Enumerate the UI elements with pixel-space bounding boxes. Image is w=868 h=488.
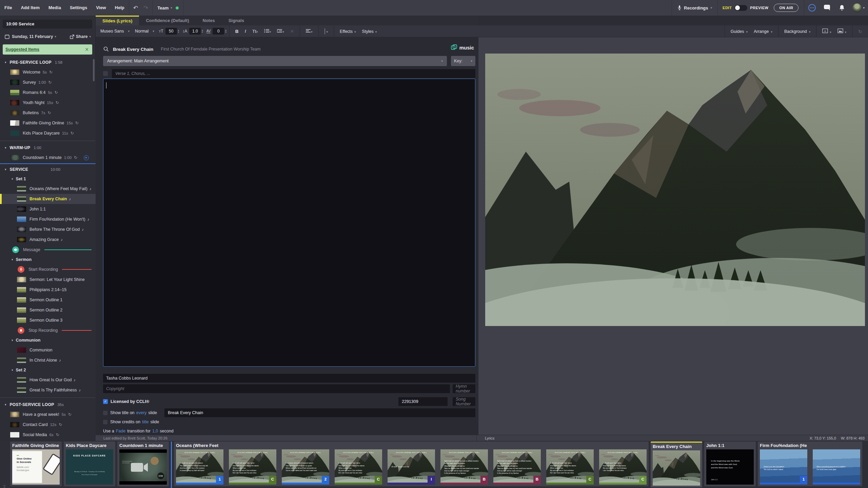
line-height-input[interactable]: 1.0 bbox=[189, 28, 201, 35]
stepper-arrows[interactable]: ▴▾ bbox=[202, 29, 203, 33]
arrange-dropdown[interactable]: Arrange▾ bbox=[754, 29, 772, 34]
loop-item-welcome[interactable]: Welcome5s↻ bbox=[0, 67, 96, 77]
service-item-firm-fou-ndation-he-won-t-[interactable]: Firm Fou%ndation (He Won't)♪ bbox=[0, 214, 96, 224]
loop-item-youth-night[interactable]: Youth Night15s↻ bbox=[0, 98, 96, 108]
service-date-dropdown[interactable]: Sunday, 11 February bbox=[12, 34, 53, 39]
more-options-button[interactable] bbox=[808, 4, 816, 12]
key-dropdown[interactable]: Key: ▾ bbox=[451, 56, 475, 66]
tab-slides-lyrics-[interactable]: Slides (Lyrics) bbox=[96, 16, 139, 25]
refresh-icon[interactable]: ↻ bbox=[858, 29, 862, 34]
loop-item-bulletins[interactable]: Bulletins7s↻ bbox=[0, 108, 96, 118]
styles-dropdown[interactable]: Styles▾ bbox=[362, 29, 377, 34]
service-item-how-great-is-our-god[interactable]: How Great Is Our God♪ bbox=[0, 375, 96, 385]
action-item-start-recording[interactable]: Start Recording bbox=[0, 264, 96, 274]
insert-image-button[interactable]: ▾ bbox=[837, 28, 847, 34]
tracking-control[interactable]: AV 0 ▴▾ bbox=[206, 28, 226, 35]
transition-duration-link[interactable]: 1,0 bbox=[152, 429, 158, 433]
slide-thumbnail[interactable]: OCEANS (WHERE FEET MAY FAIL)And I will c… bbox=[546, 449, 594, 485]
effects-dropdown[interactable]: Effects▾ bbox=[340, 29, 356, 34]
undo-icon[interactable]: ↶ bbox=[133, 4, 138, 12]
service-item-sermon-outline-1[interactable]: Sermon Outline 1 bbox=[0, 295, 96, 305]
show-title-checkbox[interactable] bbox=[103, 411, 107, 415]
subsection-header-sermon[interactable]: ▾Sermon bbox=[0, 255, 96, 264]
sidebar-scrollbar[interactable] bbox=[93, 59, 95, 81]
guides-dropdown[interactable]: Guides▾ bbox=[731, 29, 748, 34]
share-menu[interactable]: Share ▾ bbox=[70, 34, 91, 39]
subsection-header-set-2[interactable]: ▾Set 2 bbox=[0, 365, 96, 375]
notifications-button[interactable] bbox=[839, 4, 845, 11]
service-item-oceans-where-feet-may-fail-[interactable]: Oceans (Where Feet May Fail)♪ bbox=[0, 184, 96, 194]
ccli-number-input[interactable]: 2291309 bbox=[398, 397, 448, 406]
collapse-filmstrip-button[interactable]: ⌵⌵ bbox=[3, 484, 5, 488]
subsection-header-set-1[interactable]: ▾Set 1 bbox=[0, 174, 96, 184]
slide-thumbnail[interactable]: KIDS PLACE DAYCAREMonday at 12:30 pm · T… bbox=[66, 449, 113, 485]
subsection-header-communion[interactable]: ▾Communion bbox=[0, 336, 96, 345]
menu-view[interactable]: View bbox=[92, 0, 110, 16]
text-case-button[interactable]: Tt▾ bbox=[252, 29, 258, 34]
slide-thumbnail[interactable]: Give Onlinein Secondsfaithlife.com/fernd… bbox=[12, 449, 60, 485]
italic-button[interactable]: I bbox=[245, 28, 246, 34]
play-button[interactable]: ▶ bbox=[84, 155, 89, 160]
menu-media[interactable]: Media bbox=[44, 0, 65, 16]
menu-help[interactable]: Help bbox=[111, 0, 129, 16]
service-item-sermon-let-your-light-shine[interactable]: Sermon: Let Your Light Shine bbox=[0, 274, 96, 285]
service-item-philippians-2-14-15[interactable]: Philippians 2:14–15 bbox=[0, 285, 96, 295]
slide-thumbnail[interactable]: OCEANS (WHERE FEET MAY FAIL)Your grace a… bbox=[282, 449, 329, 485]
slide-title-input[interactable]: Break Every Chain bbox=[164, 408, 475, 417]
section-header-service[interactable]: ▾SERVICE10:00 bbox=[0, 165, 96, 174]
arrangement-dropdown[interactable]: Arrangement: Main Arrangement ▾ bbox=[103, 56, 447, 66]
section-header-pre-service-loop[interactable]: ▾PRE-SERVICE LOOP1:58 bbox=[0, 58, 96, 67]
service-item-communion[interactable]: Communion bbox=[0, 345, 96, 355]
slide-background-preview[interactable] bbox=[485, 54, 865, 326]
slide-thumbnail[interactable]: OCEANS (WHERE FEET MAY FAIL)I will call … bbox=[599, 449, 647, 485]
bold-button[interactable]: B bbox=[235, 29, 239, 34]
slide-thumbnail[interactable]: 0:59 bbox=[119, 449, 167, 485]
font-family-dropdown[interactable]: Museo Sans ▾ bbox=[100, 29, 130, 34]
recordings-menu[interactable]: Recordings ▾ bbox=[672, 5, 717, 11]
section-sequence-input[interactable]: Verse 1, Chorus, ... bbox=[112, 69, 475, 78]
slide-thumbnail[interactable]: When everything around me is shakenI've … bbox=[813, 449, 860, 485]
tab-signals[interactable]: Signals bbox=[222, 16, 251, 25]
action-item-message[interactable]: Message bbox=[0, 245, 96, 255]
slide-thumbnail[interactable]: OCEANS (WHERE FEET MAY FAIL)Spirit lead … bbox=[440, 449, 488, 485]
text-color-button[interactable]: ▾ bbox=[324, 29, 328, 34]
tracking-input[interactable]: 0 bbox=[213, 28, 224, 35]
slide-thumbnail[interactable]: Christ is my firm foundationThe rock on … bbox=[760, 449, 807, 485]
loop-item-survey[interactable]: Survey1:00↻ bbox=[0, 77, 96, 87]
service-item-john-1-1[interactable]: John 1:1 bbox=[0, 204, 96, 214]
line-height-control[interactable]: ↕A 1.0 ▴▾ bbox=[182, 28, 203, 35]
show-credits-checkbox[interactable] bbox=[103, 420, 107, 424]
section-header-warm-up[interactable]: ▾WARM-UP1:00 bbox=[0, 143, 96, 152]
suggested-items-banner[interactable]: Suggested Items ✕ bbox=[3, 44, 92, 55]
text-align-button[interactable]: ▾ bbox=[306, 29, 313, 34]
lyrics-editor[interactable] bbox=[103, 79, 475, 367]
loop-item-romans-6-4[interactable]: Romans 6:45s↻ bbox=[0, 87, 96, 98]
chevron-down-icon[interactable]: ▾ bbox=[863, 6, 865, 9]
tab-notes[interactable]: Notes bbox=[196, 16, 222, 25]
slide-thumbnail[interactable]: OCEANS (WHERE FEET MAY FAIL)You call me … bbox=[176, 449, 223, 485]
loop-item-contact-card[interactable]: Contact Card12s↻ bbox=[0, 420, 96, 430]
tab-confidence-default-[interactable]: Confidence (Default) bbox=[139, 16, 196, 25]
loop-item-countdown-1-minute[interactable]: Countdown 1 minute1:00↻▶ bbox=[0, 152, 96, 163]
team-menu[interactable]: Team ▾ bbox=[153, 5, 183, 11]
author-input[interactable]: Tasha Cobbs Leonard bbox=[103, 374, 475, 383]
hymn-number-input[interactable]: Hymn number bbox=[453, 384, 475, 393]
transition-type-link[interactable]: Fade bbox=[116, 429, 126, 433]
section-checkbox[interactable] bbox=[103, 71, 108, 76]
menu-add-item[interactable]: Add Item bbox=[16, 0, 44, 16]
font-style-dropdown[interactable]: Normal ▾ bbox=[135, 29, 154, 34]
stepper-arrows[interactable]: ▴▾ bbox=[225, 29, 226, 33]
service-item-sermon-outline-2[interactable]: Sermon Outline 2 bbox=[0, 305, 96, 315]
insert-textbox-button[interactable]: A ▾ bbox=[822, 28, 831, 34]
close-icon[interactable]: ✕ bbox=[85, 47, 89, 52]
slide-thumbnail[interactable]: OCEANS (WHERE FEET MAY FAIL)And I will c… bbox=[229, 449, 276, 485]
section-header-post-service-loop[interactable]: ▾POST-SERVICE LOOP35s bbox=[0, 400, 96, 409]
slide-thumbnail[interactable]: OCEANS (WHERE FEET MAY FAIL)And I will c… bbox=[335, 449, 382, 485]
chat-button[interactable] bbox=[824, 4, 831, 11]
clear-format-button[interactable]: ✕ bbox=[290, 28, 294, 34]
menu-settings[interactable]: Settings bbox=[65, 0, 92, 16]
slide-thumbnail[interactable] bbox=[653, 450, 700, 486]
service-title[interactable]: 10:00 Service bbox=[3, 20, 92, 28]
edit-preview-toggle[interactable] bbox=[734, 5, 747, 11]
ccli-checkbox[interactable]: ✓ bbox=[103, 399, 108, 404]
